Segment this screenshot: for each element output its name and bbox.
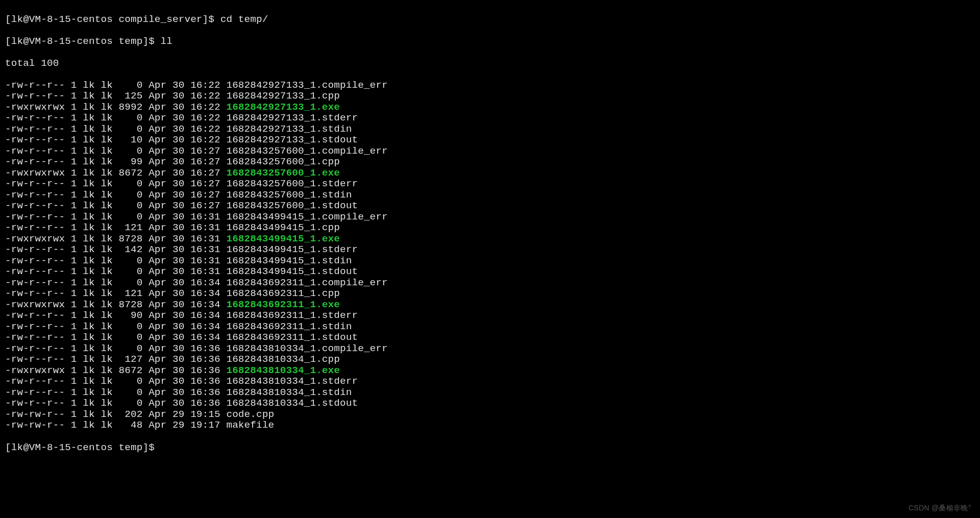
file-name: 1682843810334_1.stdin	[226, 387, 352, 398]
list-item: -rw-r--r-- 1 lk lk 0 Apr 30 16:22 168284…	[5, 113, 975, 124]
file-name: 1682842927133_1.stderr	[226, 112, 358, 124]
prompt-line-3[interactable]: [lk@VM-8-15-centos temp]$	[5, 442, 975, 453]
file-listing: -rw-r--r-- 1 lk lk 0 Apr 30 16:22 168284…	[5, 80, 975, 431]
file-meta: -rw-r--r-- 1 lk lk 10 Apr 30 16:22	[5, 134, 226, 145]
list-item: -rw-r--r-- 1 lk lk 127 Apr 30 16:36 1682…	[5, 354, 975, 365]
file-meta: -rw-r--r-- 1 lk lk 0 Apr 30 16:31	[5, 255, 226, 266]
list-item: -rw-r--r-- 1 lk lk 0 Apr 30 16:34 168284…	[5, 322, 975, 333]
file-meta: -rw-r--r-- 1 lk lk 0 Apr 30 16:22	[5, 80, 226, 91]
list-item: -rwxrwxrwx 1 lk lk 8992 Apr 30 16:22 168…	[5, 102, 975, 113]
shell-prompt: [lk@VM-8-15-centos temp]$	[5, 442, 161, 453]
command-text: cd temp/	[220, 14, 268, 25]
file-meta: -rw-r--r-- 1 lk lk 121 Apr 30 16:34	[5, 288, 226, 299]
list-item: -rw-r--r-- 1 lk lk 10 Apr 30 16:22 16828…	[5, 135, 975, 146]
file-name: 1682843257600_1.stderr	[226, 178, 358, 189]
file-meta: -rw-r--r-- 1 lk lk 0 Apr 30 16:22	[5, 124, 226, 135]
file-name: 1682843257600_1.stdout	[226, 200, 358, 211]
list-item: -rw-r--r-- 1 lk lk 0 Apr 30 16:36 168284…	[5, 376, 975, 387]
list-item: -rw-r--r-- 1 lk lk 0 Apr 30 16:36 168284…	[5, 398, 975, 409]
list-item: -rw-r--r-- 1 lk lk 0 Apr 30 16:27 168284…	[5, 179, 975, 190]
file-meta: -rw-r--r-- 1 lk lk 90 Apr 30 16:34	[5, 310, 226, 321]
file-name: 1682843499415_1.stdin	[226, 255, 352, 266]
file-name: 1682843257600_1.cpp	[226, 156, 340, 167]
file-name: makefile	[226, 420, 274, 431]
list-item: -rw-r--r-- 1 lk lk 0 Apr 30 16:36 168284…	[5, 387, 975, 399]
file-name: 1682843692311_1.stdout	[226, 332, 358, 343]
file-meta: -rw-r--r-- 1 lk lk 99 Apr 30 16:27	[5, 156, 226, 167]
list-item: -rw-r--r-- 1 lk lk 0 Apr 30 16:36 168284…	[5, 343, 975, 355]
file-name: 1682843257600_1.stdin	[226, 189, 352, 201]
file-name: 1682842927133_1.exe	[226, 102, 340, 113]
list-item: -rw-r--r-- 1 lk lk 0 Apr 30 16:27 168284…	[5, 201, 975, 212]
file-meta: -rw-r--r-- 1 lk lk 0 Apr 30 16:34	[5, 277, 226, 288]
file-name: 1682842927133_1.stdout	[226, 134, 358, 145]
terminal-output[interactable]: [lk@VM-8-15-centos compile_server]$ cd t…	[0, 0, 980, 464]
list-item: -rw-r--r-- 1 lk lk 121 Apr 30 16:31 1682…	[5, 223, 975, 234]
file-name: 1682843257600_1.compile_err	[226, 145, 387, 157]
list-item: -rw-r--r-- 1 lk lk 0 Apr 30 16:27 168284…	[5, 146, 975, 157]
list-item: -rw-r--r-- 1 lk lk 125 Apr 30 16:22 1682…	[5, 91, 975, 102]
file-meta: -rwxrwxrwx 1 lk lk 8728 Apr 30 16:34	[5, 299, 226, 310]
list-item: -rw-r--r-- 1 lk lk 0 Apr 30 16:31 168284…	[5, 256, 975, 267]
file-name: 1682843810334_1.compile_err	[226, 343, 387, 354]
file-meta: -rw-r--r-- 1 lk lk 0 Apr 30 16:36	[5, 343, 226, 354]
list-item: -rw-r--r-- 1 lk lk 0 Apr 30 16:34 168284…	[5, 332, 975, 343]
file-meta: -rw-r--r-- 1 lk lk 0 Apr 30 16:27	[5, 189, 226, 201]
file-name: 1682843692311_1.stdin	[226, 321, 352, 332]
list-item: -rw-r--r-- 1 lk lk 0 Apr 30 16:22 168284…	[5, 80, 975, 91]
file-name: code.cpp	[226, 409, 274, 420]
list-item: -rw-r--r-- 1 lk lk 0 Apr 30 16:31 168284…	[5, 212, 975, 223]
file-name: 1682842927133_1.compile_err	[226, 80, 387, 91]
list-item: -rw-rw-r-- 1 lk lk 202 Apr 29 19:15 code…	[5, 409, 975, 421]
list-item: -rwxrwxrwx 1 lk lk 8728 Apr 30 16:31 168…	[5, 234, 975, 245]
list-item: -rwxrwxrwx 1 lk lk 8672 Apr 30 16:36 168…	[5, 365, 975, 377]
list-item: -rw-r--r-- 1 lk lk 121 Apr 30 16:34 1682…	[5, 288, 975, 300]
file-name: 1682843499415_1.exe	[226, 233, 340, 244]
list-item: -rwxrwxrwx 1 lk lk 8672 Apr 30 16:27 168…	[5, 168, 975, 179]
list-item: -rwxrwxrwx 1 lk lk 8728 Apr 30 16:34 168…	[5, 300, 975, 311]
file-meta: -rwxrwxrwx 1 lk lk 8728 Apr 30 16:31	[5, 233, 226, 244]
file-name: 1682843499415_1.stderr	[226, 244, 358, 255]
file-meta: -rw-r--r-- 1 lk lk 0 Apr 30 16:36	[5, 387, 226, 398]
file-meta: -rw-r--r-- 1 lk lk 0 Apr 30 16:31	[5, 211, 226, 223]
list-item: -rw-r--r-- 1 lk lk 142 Apr 30 16:31 1682…	[5, 244, 975, 256]
list-item: -rw-r--r-- 1 lk lk 0 Apr 30 16:34 168284…	[5, 278, 975, 289]
file-name: 1682843499415_1.stdout	[226, 266, 358, 277]
list-item: -rw-r--r-- 1 lk lk 0 Apr 30 16:27 168284…	[5, 190, 975, 201]
file-meta: -rw-r--r-- 1 lk lk 0 Apr 30 16:31	[5, 266, 226, 277]
file-meta: -rw-r--r-- 1 lk lk 142 Apr 30 16:31	[5, 244, 226, 255]
file-meta: -rwxrwxrwx 1 lk lk 8992 Apr 30 16:22	[5, 102, 226, 113]
file-meta: -rw-r--r-- 1 lk lk 0 Apr 30 16:27	[5, 200, 226, 211]
file-name: 1682843810334_1.cpp	[226, 354, 340, 365]
total-line: total 100	[5, 58, 975, 69]
watermark-text: CSDN @桑榆非晚ᵀ	[909, 504, 971, 513]
list-item: -rw-r--r-- 1 lk lk 99 Apr 30 16:27 16828…	[5, 157, 975, 168]
file-meta: -rwxrwxrwx 1 lk lk 8672 Apr 30 16:36	[5, 365, 226, 376]
file-name: 1682842927133_1.stdin	[226, 124, 352, 135]
file-meta: -rwxrwxrwx 1 lk lk 8672 Apr 30 16:27	[5, 167, 226, 179]
file-meta: -rw-r--r-- 1 lk lk 0 Apr 30 16:22	[5, 112, 226, 124]
file-meta: -rw-rw-r-- 1 lk lk 202 Apr 29 19:15	[5, 409, 226, 420]
file-name: 1682843257600_1.exe	[226, 167, 340, 179]
file-name: 1682843810334_1.stderr	[226, 376, 358, 387]
prompt-line-2: [lk@VM-8-15-centos temp]$ ll	[5, 36, 975, 47]
list-item: -rw-rw-r-- 1 lk lk 48 Apr 29 19:17 makef…	[5, 420, 975, 431]
command-text: ll	[161, 36, 173, 47]
file-meta: -rw-r--r-- 1 lk lk 0 Apr 30 16:27	[5, 145, 226, 157]
file-meta: -rw-r--r-- 1 lk lk 0 Apr 30 16:27	[5, 178, 226, 189]
shell-prompt: [lk@VM-8-15-centos temp]$	[5, 36, 161, 47]
file-meta: -rw-r--r-- 1 lk lk 0 Apr 30 16:36	[5, 398, 226, 409]
list-item: -rw-r--r-- 1 lk lk 0 Apr 30 16:22 168284…	[5, 124, 975, 135]
file-name: 1682843692311_1.stderr	[226, 310, 358, 321]
file-name: 1682843692311_1.exe	[226, 299, 340, 310]
file-meta: -rw-r--r-- 1 lk lk 0 Apr 30 16:36	[5, 376, 226, 387]
list-item: -rw-r--r-- 1 lk lk 90 Apr 30 16:34 16828…	[5, 310, 975, 322]
list-item: -rw-r--r-- 1 lk lk 0 Apr 30 16:31 168284…	[5, 266, 975, 278]
file-name: 1682842927133_1.cpp	[226, 90, 340, 102]
shell-prompt: [lk@VM-8-15-centos compile_server]$	[5, 14, 220, 25]
file-name: 1682843692311_1.cpp	[226, 288, 340, 299]
file-name: 1682843810334_1.stdout	[226, 398, 358, 409]
file-meta: -rw-r--r-- 1 lk lk 125 Apr 30 16:22	[5, 90, 226, 102]
prompt-line-1: [lk@VM-8-15-centos compile_server]$ cd t…	[5, 14, 975, 26]
file-name: 1682843499415_1.cpp	[226, 222, 340, 233]
